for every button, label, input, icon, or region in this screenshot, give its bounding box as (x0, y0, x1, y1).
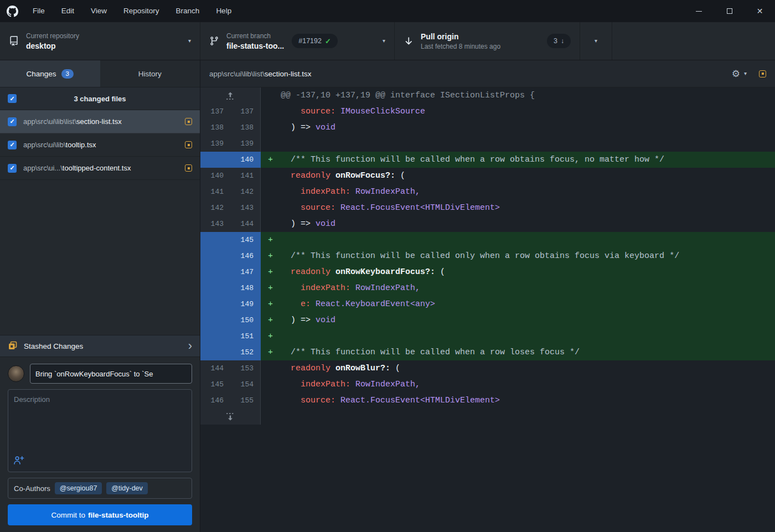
repo-icon (9, 36, 19, 46)
coauthor-chip[interactable]: @tidy-dev (106, 482, 147, 494)
tab-history[interactable]: History (100, 60, 200, 87)
branch-name: file-status-too... (226, 42, 284, 50)
changed-files-count: 3 changed files (17, 95, 183, 103)
diff-line-row[interactable]: 142143 source: React.FocusEvent<HTMLDivE… (200, 200, 775, 216)
titlebar: FileEditViewRepositoryBranchHelp ✕ (0, 0, 775, 22)
line-number-old (200, 312, 230, 328)
menu-file[interactable]: File (24, 0, 53, 22)
diff-line-row[interactable]: 151+ (200, 328, 775, 344)
expand-up-button[interactable] (200, 87, 261, 104)
menu-help[interactable]: Help (208, 0, 240, 22)
diff-line-row[interactable]: 144153 readonly onRowBlur?: ( (200, 360, 775, 376)
diff-line-content (261, 136, 775, 152)
diff-line-row[interactable]: 149+ e: React.KeyboardEvent<any> (200, 296, 775, 312)
maximize-button[interactable] (714, 0, 745, 22)
diff-line-content: indexPath: RowIndexPath, (261, 376, 775, 392)
tab-changes-label: Changes (27, 70, 56, 78)
diff-line-content: + e: React.KeyboardEvent<any> (261, 296, 775, 312)
diff-line-row[interactable]: 143144 ) => void (200, 216, 775, 232)
diff-options-button[interactable]: ⚙ ▾ (732, 69, 747, 79)
menu-edit[interactable]: Edit (53, 0, 82, 22)
sidebar: Changes 3 History ✓ 3 changed files ✓app… (0, 60, 200, 532)
stashed-changes-row[interactable]: Stashed Changes › (0, 335, 200, 357)
diff-line-content: + (261, 232, 775, 248)
diff-line-row[interactable]: 152+ /** This function will be called wh… (200, 344, 775, 360)
commit-button-label: Commit to (51, 511, 85, 519)
diff-line-content: readonly onRowBlur?: ( (261, 360, 775, 376)
file-checkbox[interactable]: ✓ (8, 117, 17, 126)
diff-line-row[interactable]: 150+ ) => void (200, 312, 775, 328)
select-all-checkbox[interactable]: ✓ (8, 94, 17, 103)
file-checkbox[interactable]: ✓ (8, 141, 17, 149)
pr-status-badge[interactable]: #17192 ✓ (292, 34, 338, 48)
menu-view[interactable]: View (82, 0, 115, 22)
diff-line-content: indexPath: RowIndexPath, (261, 184, 775, 200)
arrow-down-icon: ↓ (561, 37, 564, 45)
line-number-new: 143 (230, 200, 261, 216)
pull-dropdown-button[interactable]: ▾ (580, 22, 612, 60)
line-number-new: 140 (230, 152, 261, 168)
plus-sign: + (268, 248, 273, 264)
diff-line-row[interactable]: 138138 ) => void (200, 120, 775, 136)
commit-form: Co-Authors @sergiou87@tidy-dev Commit to… (0, 357, 200, 532)
line-number-new: 137 (230, 104, 261, 120)
plus-sign: + (268, 328, 273, 344)
diff-line-row[interactable]: 137137 source: IMouseClickSource (200, 104, 775, 120)
close-button[interactable]: ✕ (745, 0, 775, 22)
line-number-old: 137 (200, 104, 230, 120)
line-number-new: 146 (230, 248, 261, 264)
pull-origin-button[interactable]: Pull origin Last fetched 8 minutes ago 3… (395, 22, 580, 60)
coauthor-chip[interactable]: @sergiou87 (55, 482, 102, 494)
expand-down-button[interactable] (200, 409, 261, 425)
diff-line-row[interactable]: 145+ (200, 232, 775, 248)
line-number-new: 138 (230, 120, 261, 136)
file-row[interactable]: ✓app\src\ui\lib\tooltip.tsx (0, 133, 200, 157)
current-repository-button[interactable]: Current repository desktop ▾ (0, 22, 200, 60)
chevron-right-icon: › (188, 340, 192, 352)
menu-branch[interactable]: Branch (168, 0, 208, 22)
menu-repository[interactable]: Repository (115, 0, 168, 22)
diff-path-prefix: app\src\ui\lib\list\ (209, 70, 265, 78)
coauthors-chips: @sergiou87@tidy-dev (55, 482, 148, 494)
line-number-old: 143 (200, 216, 230, 232)
commit-description-input[interactable] (8, 390, 192, 453)
diff-line-row[interactable]: 146155 source: React.FocusEvent<HTMLDivE… (200, 392, 775, 409)
plus-sign: + (268, 264, 273, 280)
line-number-old (200, 232, 230, 248)
line-number-new: 148 (230, 280, 261, 296)
commit-summary-input[interactable] (30, 364, 192, 384)
diff-line-row[interactable]: 147+ readonly onRowKeyboardFocus?: ( (200, 264, 775, 280)
diff-line-row[interactable]: 146+ /** This function will be called on… (200, 248, 775, 264)
diff-line-row[interactable]: 140+ /** This function will be called wh… (200, 152, 775, 168)
hunk-header-text: @@ -137,10 +137,19 @@ interface ISection… (261, 87, 775, 104)
file-path: app\src\ui\lib\tooltip.tsx (23, 141, 178, 149)
file-row[interactable]: ✓app\src\ui...\tooltipped-content.tsx (0, 157, 200, 180)
diff-line-row[interactable]: 140141 readonly onRowFocus?: ( (200, 168, 775, 184)
plus-sign: + (268, 152, 273, 168)
line-number-new: 155 (230, 392, 261, 409)
diff-line-content: ) => void (261, 120, 775, 136)
plus-sign: + (268, 312, 273, 328)
current-branch-button[interactable]: Current branch file-status-too... #17192… (200, 22, 395, 60)
diff-line-content: + (261, 328, 775, 344)
line-number-old: 145 (200, 376, 230, 392)
minimize-button[interactable] (684, 0, 714, 22)
add-coauthor-button[interactable] (13, 456, 24, 467)
line-number-old: 138 (200, 120, 230, 136)
diff-hunk-row[interactable]: @@ -137,10 +137,19 @@ interface ISection… (200, 87, 775, 104)
diff-line-row[interactable]: 141142 indexPath: RowIndexPath, (200, 184, 775, 200)
file-path: app\src\ui\lib\list\section-list.tsx (23, 117, 178, 126)
commit-button[interactable]: Commit to file-status-tooltip (8, 504, 192, 525)
diff-line-row[interactable]: 139139 (200, 136, 775, 152)
tab-changes[interactable]: Changes 3 (0, 60, 100, 87)
diff-line-row[interactable]: 145154 indexPath: RowIndexPath, (200, 376, 775, 392)
diff-line-content: source: IMouseClickSource (261, 104, 775, 120)
line-number-new: 139 (230, 136, 261, 152)
file-checkbox[interactable]: ✓ (8, 164, 17, 173)
file-row[interactable]: ✓app\src\ui\lib\list\section-list.tsx (0, 110, 200, 133)
plus-sign: + (268, 344, 273, 360)
modified-status-icon (185, 164, 192, 172)
line-number-old (200, 248, 230, 264)
line-number-new: 152 (230, 344, 261, 360)
diff-line-row[interactable]: 148+ indexPath: RowIndexPath, (200, 280, 775, 296)
